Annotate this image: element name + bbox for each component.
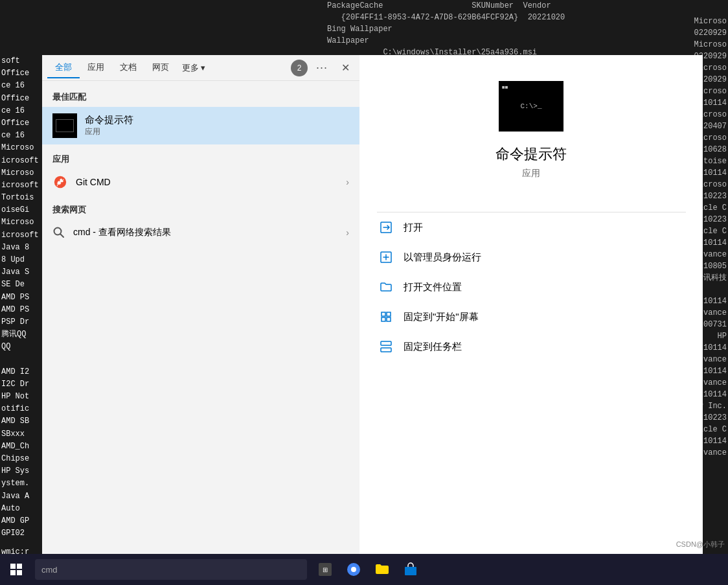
action-pin-taskbar[interactable]: 固定到任务栏: [379, 332, 683, 361]
action-pin-taskbar-label: 固定到任务栏: [404, 341, 462, 353]
cmd-preview-icon: C:\>_: [499, 81, 563, 132]
web-search-item[interactable]: cmd - 查看网络搜索结果 ›: [42, 220, 359, 246]
tab-more[interactable]: 更多 ▾: [177, 58, 210, 78]
svg-rect-19: [405, 567, 416, 575]
cmd-app-icon: [52, 113, 77, 138]
search-content: 最佳匹配 命令提示符 应用 应用: [42, 81, 359, 585]
taskbar-search[interactable]: cmd: [35, 559, 307, 580]
chevron-right-icon-web: ›: [346, 227, 349, 238]
admin-icon: [379, 250, 393, 264]
tab-apps[interactable]: 应用: [80, 58, 112, 78]
taskbar-icons: ⊞: [312, 556, 424, 582]
search-bar: 全部 应用 文档 网页 更多 ▾ 2 ··· ✕: [42, 55, 359, 81]
more-options-button[interactable]: ···: [313, 59, 331, 77]
windows-icon: [10, 563, 23, 576]
action-pin-start[interactable]: 固定到"开始"屏幕: [379, 302, 683, 332]
git-cmd-item[interactable]: Git CMD ›: [42, 169, 359, 195]
taskbar-search-text: cmd: [41, 565, 58, 575]
svg-rect-7: [381, 317, 385, 321]
action-admin-label: 以管理员身份运行: [404, 251, 481, 264]
chevron-right-icon: ›: [346, 177, 349, 187]
right-panel: C:\>_ 命令提示符 应用 打开: [359, 55, 703, 585]
best-match-item[interactable]: 命令提示符 应用: [42, 107, 359, 144]
taskbar-icon-3[interactable]: [369, 556, 395, 582]
taskbar-icon-4[interactable]: [398, 556, 424, 582]
svg-line-2: [61, 235, 64, 238]
git-cmd-name: Git CMD: [76, 177, 338, 187]
app-preview: C:\>_ 命令提示符 应用: [359, 55, 703, 212]
tab-all[interactable]: 全部: [47, 58, 80, 78]
search-overlay: 全部 应用 文档 网页 更多 ▾ 2 ··· ✕ 最佳匹配: [42, 55, 664, 585]
svg-rect-12: [17, 564, 22, 569]
svg-rect-9: [381, 341, 391, 345]
git-icon: [52, 174, 68, 190]
action-admin[interactable]: 以管理员身份运行: [379, 242, 683, 272]
svg-rect-11: [10, 564, 16, 569]
svg-point-18: [351, 567, 356, 572]
svg-rect-13: [10, 570, 16, 575]
terminal-left: soft Office ce 16 Office ce 16 Office ce…: [0, 0, 42, 585]
svg-rect-8: [387, 317, 391, 321]
taskbar-icon-1[interactable]: ⊞: [312, 556, 338, 582]
notification-badge: 2: [291, 60, 308, 76]
search-icon: [52, 226, 65, 239]
search-tabs: 全部 应用 文档 网页 更多 ▾: [47, 58, 291, 78]
search-panel: 全部 应用 文档 网页 更多 ▾ 2 ··· ✕ 最佳匹配: [42, 55, 359, 585]
svg-text:⊞: ⊞: [323, 566, 328, 573]
web-search-text: cmd - 查看网络搜索结果: [73, 227, 338, 238]
best-match-text: 命令提示符 应用: [85, 114, 133, 137]
tab-web[interactable]: 网页: [144, 58, 177, 78]
folder-icon: [379, 280, 393, 294]
best-match-type: 应用: [85, 126, 133, 137]
action-file-location[interactable]: 打开文件位置: [379, 272, 683, 302]
start-button[interactable]: [0, 554, 32, 585]
action-open-label: 打开: [404, 222, 423, 234]
app-preview-name: 命令提示符: [495, 144, 567, 164]
action-pin-start-label: 固定到"开始"屏幕: [404, 311, 479, 323]
action-file-location-label: 打开文件位置: [404, 281, 462, 293]
close-button[interactable]: ✕: [336, 59, 354, 77]
svg-rect-14: [17, 570, 22, 575]
apps-section: 应用 Git CMD ›: [42, 150, 359, 195]
svg-rect-10: [381, 348, 391, 352]
best-match-name: 命令提示符: [85, 114, 133, 126]
svg-rect-6: [387, 312, 391, 316]
action-open[interactable]: 打开: [379, 212, 683, 242]
open-icon: [379, 220, 393, 235]
apps-label: 应用: [42, 150, 359, 169]
chevron-down-icon: ▾: [201, 63, 205, 73]
pin-taskbar-icon: [379, 339, 393, 354]
taskbar: cmd ⊞: [0, 554, 728, 585]
best-match-label: 最佳匹配: [42, 87, 359, 107]
taskbar-icon-2[interactable]: [341, 556, 367, 582]
watermark: CSDN@小韩子: [676, 540, 725, 549]
search-bar-right: 2 ··· ✕: [291, 59, 354, 77]
web-search-section: 搜索网页 cmd - 查看网络搜索结果 ›: [42, 200, 359, 246]
web-search-label: 搜索网页: [42, 200, 359, 220]
actions-list: 打开 以管理员身份运行: [359, 212, 703, 361]
taskbar-store-icon: [403, 562, 418, 577]
pin-start-icon: [379, 310, 393, 324]
taskbar-app-icon: ⊞: [317, 562, 333, 577]
svg-rect-5: [381, 312, 385, 316]
tab-docs[interactable]: 文档: [112, 58, 144, 78]
app-preview-type: 应用: [522, 168, 540, 179]
taskbar-chrome-icon: [346, 562, 361, 577]
taskbar-folder-icon: [374, 562, 390, 577]
